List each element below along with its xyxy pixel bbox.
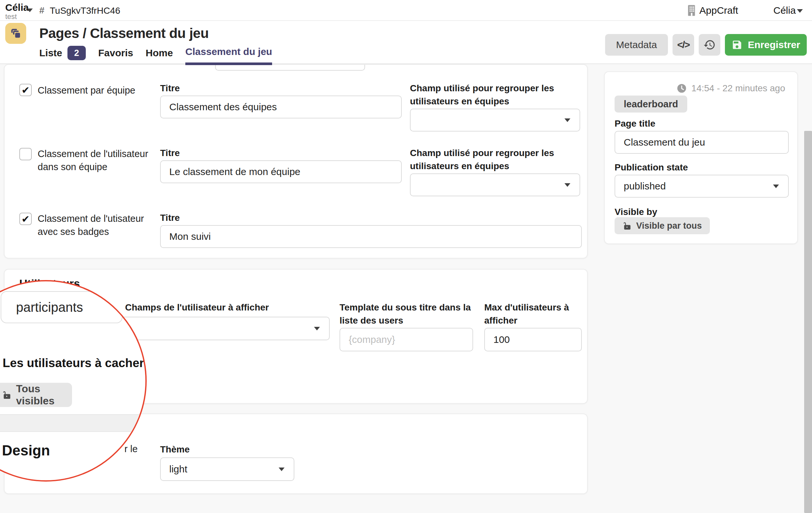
app-screen: Célia test # TuSgkvT3frHC46 AppCraft Cél… xyxy=(0,0,812,513)
max-users-label: Max d'utilisateurs à xyxy=(484,302,569,313)
magnified-design-heading: Design xyxy=(2,442,50,459)
chevron-down-icon xyxy=(564,118,570,122)
vertical-scrollbar[interactable] xyxy=(804,131,812,513)
template-label: Template du sous titre dans la xyxy=(340,302,471,313)
publication-state-label: Publication state xyxy=(615,162,688,173)
chevron-down-icon xyxy=(564,183,570,187)
row-label: avec ses badges xyxy=(38,227,109,237)
page-title: Pages / Classement du jeu xyxy=(39,26,209,41)
workspace-subtitle: test xyxy=(5,12,17,21)
unlock-icon xyxy=(2,389,11,400)
tab-liste-count-badge: 2 xyxy=(67,46,86,60)
titre-input-equipes[interactable] xyxy=(160,95,402,118)
pages-app-icon xyxy=(5,23,26,44)
tab-home[interactable]: Home xyxy=(146,48,173,64)
tab-liste[interactable]: Liste 2 xyxy=(39,46,86,65)
code-icon: </> xyxy=(677,39,689,50)
row-label: Classement de l'utisateur xyxy=(38,213,144,224)
page-title-label: Page title xyxy=(615,118,655,129)
template-label: liste des users xyxy=(340,315,403,326)
checkbox-classement-badges[interactable]: ✔ xyxy=(19,213,32,225)
row-label: Classement de l'utilisateur xyxy=(38,149,148,159)
magnified-visibility-button[interactable]: Tous visibles xyxy=(0,383,72,407)
magnified-hidden-users-label: Les utilisateurs à cacher xyxy=(3,356,144,370)
hash-icon: # xyxy=(39,5,45,16)
save-button[interactable]: Enregistrer xyxy=(725,34,807,56)
history-icon xyxy=(703,39,716,51)
top-bar: Célia test # TuSgkvT3frHC46 AppCraft Cél… xyxy=(0,0,812,21)
titre-input-mon-equipe[interactable] xyxy=(160,160,402,183)
titre-label: Titre xyxy=(160,148,180,158)
visible-by-label: Visible by xyxy=(615,207,657,217)
visible-by-button[interactable]: Visible par tous xyxy=(615,217,710,234)
tab-favoris[interactable]: Favoris xyxy=(98,48,133,64)
group-field-label: utilisateurs en équipes xyxy=(410,96,509,107)
workspace-chevron-down-icon[interactable] xyxy=(27,8,33,12)
page-header: Pages / Classement du jeu Liste 2 Favori… xyxy=(0,21,812,64)
tab-bar: Liste 2 Favoris Home Classement du jeu xyxy=(39,46,272,65)
last-saved-timestamp: 14:54 - 22 minutes ago xyxy=(676,83,785,94)
page-type-badge: leaderboard xyxy=(615,95,687,113)
group-field-label: Champ utilisé pour regrouper les xyxy=(410,83,554,94)
metadata-button[interactable]: Metadata xyxy=(605,34,668,56)
chevron-down-icon xyxy=(773,184,779,188)
titre-label: Titre xyxy=(160,213,180,223)
publication-state-select[interactable]: published xyxy=(615,175,789,198)
magnified-card-gap xyxy=(0,414,147,432)
page-title-input[interactable] xyxy=(615,131,789,154)
titre-input-mon-suivi[interactable] xyxy=(160,225,582,248)
user-chevron-down-icon[interactable] xyxy=(797,9,803,13)
row-label: dans son équipe xyxy=(38,162,107,173)
unlock-icon xyxy=(622,221,632,230)
titre-label: Titre xyxy=(160,83,180,94)
row-label: Classement par équipe xyxy=(38,85,135,96)
max-users-input[interactable] xyxy=(484,328,582,351)
chevron-down-icon xyxy=(279,467,285,471)
group-field-label: Champ utilisé pour regrouper les xyxy=(410,148,554,158)
building-icon xyxy=(686,4,697,18)
brand-name: AppCraft xyxy=(699,5,738,16)
checkbox-classement-utilisateur-equipe[interactable] xyxy=(19,148,32,160)
chevron-down-icon xyxy=(314,327,320,330)
clock-icon xyxy=(676,83,687,94)
theme-select[interactable]: light xyxy=(160,457,294,481)
save-icon xyxy=(731,39,743,50)
group-field-select-2[interactable] xyxy=(410,173,580,196)
history-button[interactable] xyxy=(699,34,720,56)
fields-label: Champs de l'utilisateur à afficher xyxy=(125,302,269,313)
group-field-select-1[interactable] xyxy=(410,109,580,131)
user-menu[interactable]: Célia xyxy=(773,5,795,16)
max-users-label: afficher xyxy=(484,315,517,326)
subtitle-template-input[interactable] xyxy=(340,328,473,351)
page-code: TuSgkvT3frHC46 xyxy=(50,6,120,16)
leaderboard-options-card: ✔ Classement par équipe Titre Champ util… xyxy=(4,64,588,259)
metadata-sidebar: 14:54 - 22 minutes ago leaderboard Page … xyxy=(604,71,798,244)
occluded-label-fragment: r le xyxy=(124,444,138,454)
code-button[interactable]: </> xyxy=(672,34,694,56)
theme-label: Thème xyxy=(160,444,190,455)
checkbox-classement-par-equipe[interactable]: ✔ xyxy=(19,84,32,96)
group-field-label: utilisateurs en équipes xyxy=(410,161,509,172)
tab-classement-du-jeu[interactable]: Classement du jeu xyxy=(185,46,272,65)
workspace-name[interactable]: Célia xyxy=(5,2,29,13)
